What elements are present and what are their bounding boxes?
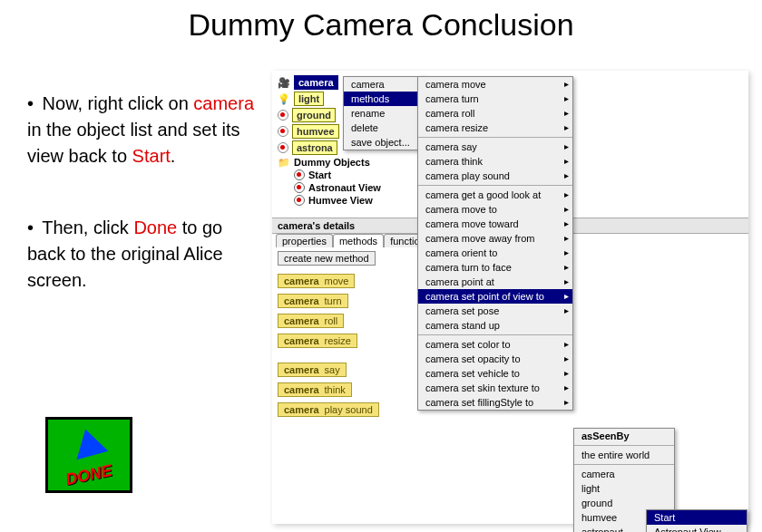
tree-label: astrona: [292, 140, 337, 155]
menu-item[interactable]: camera orient to: [418, 246, 572, 260]
object-icon: [278, 142, 288, 153]
slide-title: Dummy Camera Conclusion: [0, 7, 762, 43]
method-tile[interactable]: camera say: [278, 363, 347, 377]
menu-item-save-object[interactable]: save object...: [344, 135, 425, 150]
object-icon: [278, 110, 288, 121]
tree-label: camera: [294, 75, 338, 90]
context-menu-2: camera movecamera turncamera rollcamera …: [417, 76, 573, 411]
menu-item[interactable]: camera move: [418, 77, 572, 92]
menu-item-methods[interactable]: methods: [344, 92, 425, 106]
text-start: Start: [132, 146, 171, 166]
menu-item[interactable]: light: [574, 481, 674, 496]
menu-item[interactable]: camera stand up: [418, 318, 572, 333]
menu-item-camera[interactable]: camera: [344, 77, 425, 92]
context-menu-1: camera methods rename delete save object…: [343, 76, 426, 150]
menu-item[interactable]: camera set color to: [418, 337, 572, 352]
menu-item-rename[interactable]: rename: [344, 106, 425, 121]
text: Now, right click on: [43, 93, 194, 113]
method-tile[interactable]: camera play sound: [278, 402, 379, 417]
done-badge[interactable]: DONE: [45, 417, 132, 493]
menu-item[interactable]: camera roll: [418, 106, 572, 121]
text: Then, click: [42, 218, 133, 237]
tab-methods[interactable]: methods: [333, 234, 384, 247]
tree-label: light: [294, 92, 324, 106]
menu-item[interactable]: camera resize: [418, 121, 572, 135]
method-tile[interactable]: camera roll: [278, 314, 344, 328]
menu-item[interactable]: camera move away from: [418, 231, 572, 246]
create-new-method-button[interactable]: create new method: [278, 251, 376, 266]
folder-icon: [278, 157, 290, 168]
menu-item[interactable]: Astronaut View: [647, 525, 747, 532]
view-icon: [294, 169, 305, 180]
menu-item[interactable]: camera play sound: [418, 169, 572, 183]
method-tile[interactable]: camera move: [278, 274, 355, 288]
tree-label: Humvee View: [308, 195, 373, 206]
text-camera: camera: [193, 93, 254, 113]
menu-item[interactable]: camera get a good look at: [418, 188, 572, 202]
menu-item[interactable]: Start: [647, 510, 747, 525]
menu-item[interactable]: asSeenBy: [574, 429, 674, 443]
menu-item[interactable]: camera move toward: [418, 217, 572, 231]
method-tile[interactable]: camera resize: [278, 334, 357, 348]
menu-item[interactable]: camera set point of view to: [418, 289, 572, 304]
view-icon: [294, 182, 305, 193]
done-label: DONE: [64, 461, 113, 489]
method-tile[interactable]: camera turn: [278, 294, 348, 308]
tree-label: Start: [308, 169, 331, 180]
instruction-1: Now, right click on camera in the object…: [27, 91, 263, 169]
menu-item[interactable]: camera think: [418, 154, 572, 169]
menu-item[interactable]: camera turn to face: [418, 260, 572, 275]
menu-item[interactable]: ground: [574, 496, 674, 510]
menu-item[interactable]: the entire world: [574, 448, 674, 462]
menu-item[interactable]: camera set pose: [418, 304, 572, 318]
tree-label: ground: [292, 108, 336, 122]
menu-item[interactable]: camera turn: [418, 92, 572, 106]
menu-item-delete[interactable]: delete: [344, 121, 425, 135]
instructions: Now, right click on camera in the object…: [27, 91, 263, 339]
menu-item[interactable]: camera say: [418, 140, 572, 154]
method-tile[interactable]: camera think: [278, 382, 352, 397]
view-icon: [294, 195, 305, 206]
text: .: [171, 146, 176, 166]
text-done: Done: [133, 218, 177, 237]
menu-item[interactable]: camera set vehicle to: [418, 366, 572, 381]
object-icon: [278, 126, 288, 137]
menu-item[interactable]: camera: [574, 467, 674, 481]
tree-label: Dummy Objects: [294, 157, 370, 168]
menu-item[interactable]: camera set opacity to: [418, 352, 572, 366]
tree-label: humvee: [292, 124, 339, 139]
menu-item[interactable]: camera set fillingStyle to: [418, 395, 572, 410]
tree-label: Astronaut View: [308, 182, 381, 193]
camera-icon: [278, 77, 290, 88]
light-icon: [278, 93, 290, 104]
context-menu-4: StartAstronaut ViewHumvee View: [646, 509, 747, 532]
menu-item[interactable]: camera move to: [418, 202, 572, 217]
instruction-2: Then, click Done to go back to the origi…: [27, 215, 263, 294]
menu-item[interactable]: camera point at: [418, 275, 572, 289]
alice-panel: camera light ground humvee astrona Dummy…: [272, 71, 748, 524]
arrow-icon: [70, 425, 109, 459]
menu-item[interactable]: camera set skin texture to: [418, 381, 572, 395]
tab-properties[interactable]: properties: [276, 234, 333, 247]
